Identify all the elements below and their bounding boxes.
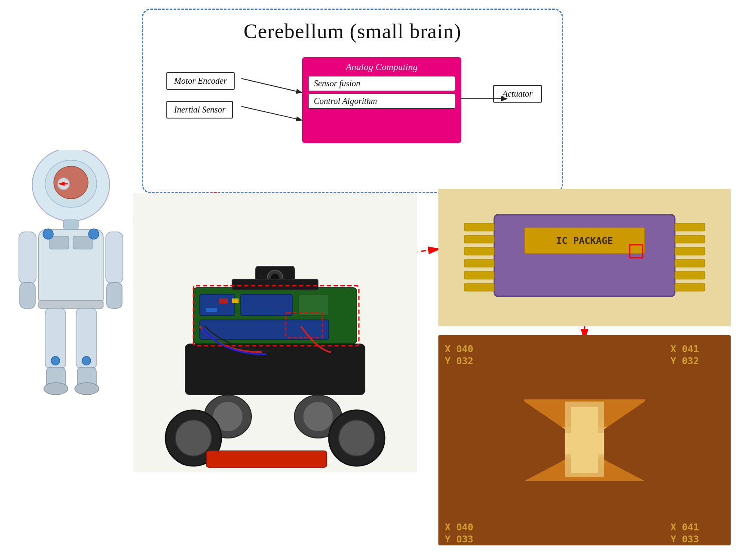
- analog-computing-box: Analog Computing Sensor fusion Control A…: [302, 57, 461, 143]
- svg-rect-31: [185, 344, 365, 395]
- svg-rect-20: [106, 232, 123, 283]
- svg-point-27: [82, 356, 91, 365]
- robot-humanoid: [0, 150, 142, 429]
- svg-point-29: [75, 383, 99, 395]
- svg-rect-35: [299, 294, 329, 316]
- svg-rect-63: [464, 271, 494, 279]
- svg-point-26: [51, 356, 60, 365]
- svg-rect-14: [73, 236, 92, 249]
- svg-rect-34: [241, 294, 292, 316]
- svg-rect-62: [464, 259, 494, 267]
- svg-point-45: [175, 420, 211, 456]
- svg-line-0: [242, 79, 301, 93]
- svg-rect-56: [494, 215, 675, 296]
- svg-rect-64: [464, 283, 494, 291]
- svg-text:IC PACKAGE: IC PACKAGE: [556, 235, 613, 246]
- svg-rect-59: [464, 223, 494, 231]
- svg-text:Y 033: Y 033: [670, 534, 699, 545]
- svg-text:X 040: X 040: [445, 344, 473, 354]
- svg-rect-33: [200, 294, 234, 316]
- svg-rect-65: [675, 223, 705, 231]
- svg-rect-21: [107, 283, 122, 308]
- svg-rect-12: [39, 229, 103, 307]
- svg-rect-39: [206, 308, 217, 312]
- svg-rect-66: [675, 235, 705, 243]
- ic-chip: IC PACKAGE: [438, 189, 731, 326]
- svg-text:X 040: X 040: [445, 522, 473, 533]
- svg-rect-11: [64, 220, 78, 229]
- svg-text:Y 032: Y 032: [445, 356, 473, 366]
- svg-rect-37: [219, 298, 228, 304]
- svg-point-16: [89, 229, 99, 239]
- svg-rect-61: [464, 247, 494, 255]
- svg-point-47: [339, 420, 375, 456]
- svg-point-15: [43, 229, 53, 239]
- analog-computing-title: Analog Computing: [308, 61, 455, 73]
- microscope-image: X 040 Y 032 X 041 Y 032 X 040 Y 033 X 04…: [438, 335, 731, 545]
- svg-point-28: [44, 383, 68, 395]
- svg-text:Y 033: Y 033: [445, 534, 473, 545]
- svg-point-43: [303, 402, 333, 432]
- svg-rect-38: [232, 298, 239, 303]
- svg-rect-18: [19, 232, 36, 283]
- svg-rect-19: [20, 283, 35, 308]
- svg-rect-69: [675, 271, 705, 279]
- inertial-sensor-box: Inertial Sensor: [166, 101, 233, 119]
- svg-rect-67: [675, 247, 705, 255]
- svg-text:X 041: X 041: [670, 522, 699, 533]
- svg-text:X 041: X 041: [670, 344, 699, 354]
- svg-rect-13: [49, 236, 69, 249]
- svg-rect-68: [675, 259, 705, 267]
- motor-encoder-box: Motor Encoder: [166, 72, 235, 90]
- cerebellum-title: Cerebellum (small brain): [143, 19, 562, 43]
- sensor-fusion-box: Sensor fusion: [308, 76, 455, 91]
- control-algorithm-box: Control Algorithm: [308, 94, 455, 109]
- svg-rect-52: [232, 279, 318, 290]
- actuator-box: Actuator: [493, 85, 542, 103]
- svg-text:Y 032: Y 032: [670, 356, 699, 366]
- svg-rect-60: [464, 235, 494, 243]
- robot-car: [133, 193, 417, 472]
- svg-rect-70: [675, 283, 705, 291]
- svg-line-1: [242, 107, 301, 120]
- cerebellum-diagram: Cerebellum (small brain) Motor Encoder I…: [142, 9, 563, 193]
- svg-rect-48: [206, 451, 327, 467]
- svg-rect-17: [39, 301, 103, 308]
